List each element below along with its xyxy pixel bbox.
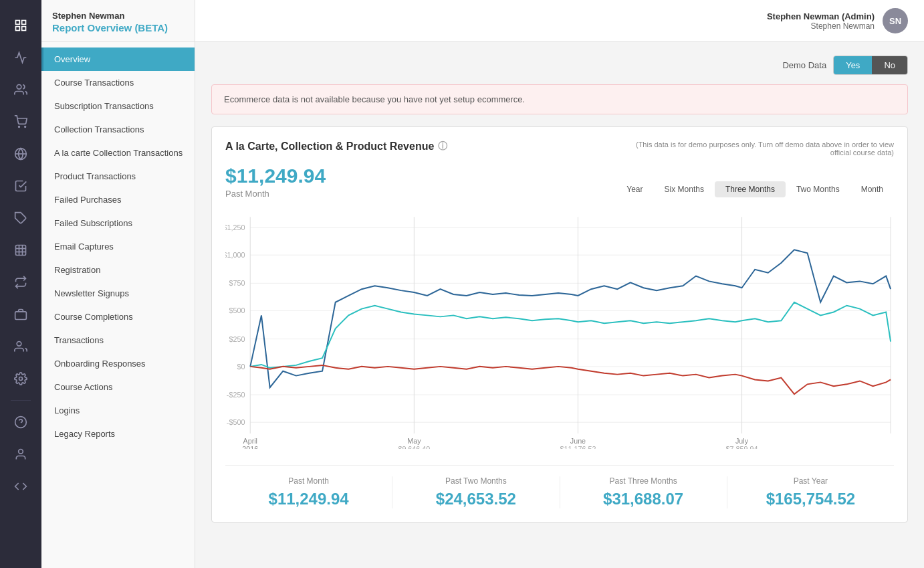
nav-chart-icon[interactable] <box>6 43 35 72</box>
svg-text:-$250: -$250 <box>227 391 245 399</box>
summary-past-three-months-label: Past Three Months <box>560 476 727 486</box>
sidebar-item-failed-purchases[interactable]: Failed Purchases <box>41 188 195 211</box>
svg-text:$7,859.94: $7,859.94 <box>726 445 758 449</box>
summary-past-month-label: Past Month <box>225 476 392 486</box>
svg-text:$1,000: $1,000 <box>225 251 245 259</box>
time-btn-three-months[interactable]: Three Months <box>715 181 786 197</box>
chart-note: (This data is for demo purposes only. Tu… <box>613 140 894 157</box>
nav-globe-icon[interactable] <box>6 139 35 169</box>
nav-flow-icon[interactable] <box>6 268 35 297</box>
sidebar-page-title: Report Overview (BETA) <box>52 22 184 33</box>
nav-tag-icon[interactable] <box>6 203 35 233</box>
svg-text:July: July <box>735 437 749 445</box>
sidebar-item-overview[interactable]: Overview <box>41 48 195 71</box>
alert-box: Ecommerce data is not available because … <box>211 84 908 114</box>
svg-point-20 <box>19 450 23 454</box>
svg-rect-15 <box>15 312 27 320</box>
nav-help-icon[interactable] <box>6 407 35 437</box>
summary-past-two-months-label: Past Two Months <box>392 476 559 486</box>
svg-text:$9,646.40: $9,646.40 <box>398 445 430 449</box>
nav-users-icon[interactable] <box>6 75 35 104</box>
sidebar-item-a-la-carte-collection-transactions[interactable]: A la carte Collection Transactions <box>41 141 195 165</box>
demo-no-button[interactable]: No <box>872 56 907 74</box>
user-info: Stephen Newman (Admin) Stephen Newman <box>767 11 875 31</box>
svg-point-17 <box>19 377 23 381</box>
nav-cart-icon[interactable] <box>6 107 35 136</box>
sidebar-item-email-captures[interactable]: Email Captures <box>41 235 195 258</box>
nav-people-icon[interactable] <box>6 332 35 361</box>
sidebar-item-course-transactions[interactable]: Course Transactions <box>41 71 195 94</box>
nav-grid-icon[interactable] <box>6 235 35 265</box>
sidebar-username: Stephen Newman <box>52 11 184 21</box>
time-filter-row: Year Six Months Three Months Two Months … <box>616 181 894 197</box>
sidebar-item-collection-transactions[interactable]: Collection Transactions <box>41 118 195 141</box>
icon-nav <box>0 0 41 568</box>
nav-code-icon[interactable] <box>6 472 35 501</box>
time-btn-two-months[interactable]: Two Months <box>786 181 850 197</box>
sidebar-item-onboarding-responses[interactable]: Onboarding Responses <box>41 352 195 375</box>
nav-divider <box>11 400 31 401</box>
chart-title: A la Carte, Collection & Product Revenue… <box>225 140 447 153</box>
top-bar-user: Stephen Newman (Admin) Stephen Newman SN <box>767 8 908 33</box>
svg-text:$1,250: $1,250 <box>225 223 245 231</box>
summary-past-two-months-amount: $24,653.52 <box>392 490 559 508</box>
alert-message: Ecommerce data is not available because … <box>224 94 525 104</box>
svg-text:2016: 2016 <box>242 445 258 449</box>
svg-point-5 <box>19 126 20 128</box>
nav-settings-icon[interactable] <box>6 364 35 393</box>
svg-text:May: May <box>407 437 421 445</box>
time-btn-year[interactable]: Year <box>616 181 653 197</box>
summary-past-two-months: Past Two Months $24,653.52 <box>392 476 559 508</box>
sidebar-item-newsletter-signups[interactable]: Newsletter Signups <box>41 282 195 305</box>
svg-text:$250: $250 <box>229 335 245 343</box>
sidebar-item-product-transactions[interactable]: Product Transactions <box>41 165 195 188</box>
chart-amount: $11,249.94 <box>225 165 326 187</box>
avatar[interactable]: SN <box>883 8 908 33</box>
svg-point-16 <box>17 342 21 347</box>
sidebar-item-legacy-reports[interactable]: Legacy Reports <box>41 422 195 446</box>
nav-clipboard-icon[interactable] <box>6 171 35 201</box>
summary-past-three-months: Past Three Months $31,688.07 <box>560 476 727 508</box>
svg-rect-0 <box>16 21 20 25</box>
svg-text:$11,176.52: $11,176.52 <box>560 445 596 449</box>
summary-past-year-label: Past Year <box>727 476 894 486</box>
svg-rect-3 <box>22 27 26 31</box>
sidebar-item-subscription-transactions[interactable]: Subscription Transactions <box>41 94 195 118</box>
svg-rect-1 <box>22 21 26 25</box>
summary-row: Past Month $11,249.94 Past Two Months $2… <box>225 465 894 508</box>
chart-period: Past Month <box>225 189 326 199</box>
demo-data-label: Demo Data <box>782 60 826 70</box>
sidebar-item-course-actions[interactable]: Course Actions <box>41 375 195 399</box>
svg-text:$500: $500 <box>229 306 245 314</box>
sidebar-item-course-completions[interactable]: Course Completions <box>41 305 195 328</box>
sidebar-item-failed-subscriptions[interactable]: Failed Subscriptions <box>41 211 195 235</box>
chart-info-icon[interactable]: ⓘ <box>438 140 447 153</box>
svg-text:$750: $750 <box>229 279 245 287</box>
sidebar-item-registration[interactable]: Registration <box>41 258 195 282</box>
sidebar-item-transactions[interactable]: Transactions <box>41 328 195 352</box>
nav-person-icon[interactable] <box>6 440 35 469</box>
main-area: Stephen Newman (Admin) Stephen Newman SN… <box>195 0 924 568</box>
svg-text:June: June <box>570 437 586 445</box>
chart-svg: $1,250 $1,000 $750 $500 $250 $0 -$250 -$… <box>225 208 894 449</box>
sidebar-item-logins[interactable]: Logins <box>41 399 195 422</box>
chart-svg-wrapper: $1,250 $1,000 $750 $500 $250 $0 -$250 -$… <box>225 208 894 452</box>
summary-past-three-months-amount: $31,688.07 <box>560 490 727 508</box>
chart-header: A la Carte, Collection & Product Revenue… <box>225 140 894 157</box>
nav-home-icon[interactable] <box>6 11 35 40</box>
sidebar-nav: OverviewCourse TransactionsSubscription … <box>41 42 195 451</box>
svg-point-4 <box>17 85 21 90</box>
top-bar: Stephen Newman (Admin) Stephen Newman SN <box>195 0 924 42</box>
sidebar: Stephen Newman Report Overview (BETA) Ov… <box>41 0 195 568</box>
demo-yes-button[interactable]: Yes <box>834 56 872 74</box>
nav-briefcase-icon[interactable] <box>6 300 35 329</box>
user-display-name: Stephen Newman (Admin) <box>767 11 875 21</box>
summary-past-year: Past Year $165,754.52 <box>727 476 894 508</box>
time-btn-six-months[interactable]: Six Months <box>654 181 715 197</box>
user-sub-name: Stephen Newman <box>767 21 875 31</box>
time-btn-month[interactable]: Month <box>850 181 894 197</box>
content-area: Demo Data Yes No Ecommerce data is not a… <box>195 42 924 568</box>
demo-toggle-row: Demo Data Yes No <box>211 56 908 75</box>
summary-past-month: Past Month $11,249.94 <box>225 476 392 508</box>
svg-text:April: April <box>243 437 257 445</box>
